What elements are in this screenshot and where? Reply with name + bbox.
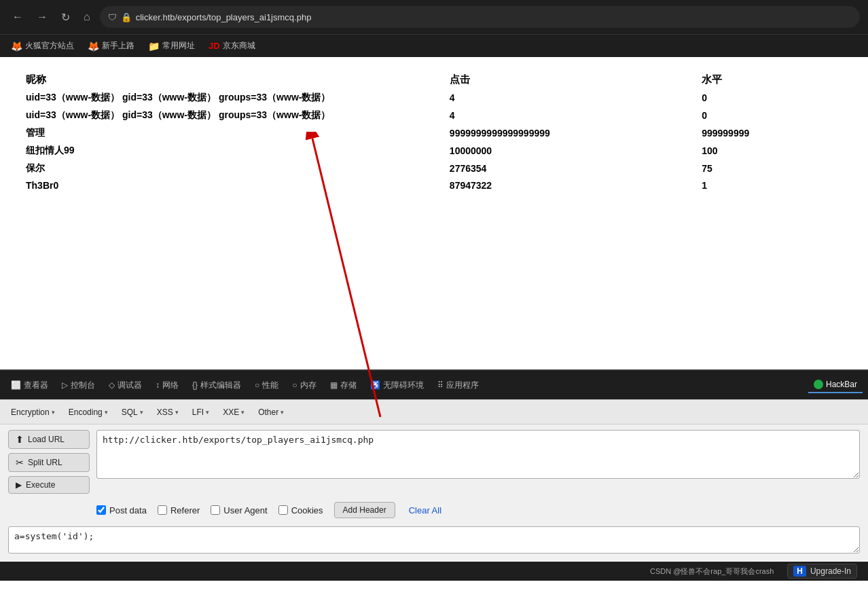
menu-other[interactable]: Other ▾ (253, 405, 289, 420)
menu-xxe[interactable]: XXE ▾ (217, 405, 250, 420)
option-referer[interactable]: Referer (158, 505, 200, 515)
xss-caret: ▾ (175, 409, 179, 416)
post-data-input[interactable] (8, 526, 860, 554)
url-domain: clicker.htb/exports/top_players_ai1jsmcq… (136, 12, 312, 22)
menu-encryption[interactable]: Encryption ▾ (5, 405, 60, 420)
devtools-accessibility[interactable]: ♿ 无障碍环境 (365, 377, 429, 394)
hackbar-options: Post data Referer User Agent Cookies Add… (0, 499, 868, 524)
status-bar: CSDN @怪兽不会rap_哥哥我会crash H Upgrade-In (0, 562, 868, 581)
xxe-caret: ▾ (241, 409, 245, 416)
load-url-icon: ⬆ (16, 434, 24, 445)
user-agent-checkbox[interactable] (211, 505, 220, 515)
sql-caret: ▾ (140, 409, 143, 416)
menu-lfi[interactable]: LFI ▾ (187, 405, 215, 420)
table-row: 管理9999999999999999999999999999 (20, 124, 848, 142)
devtools-application[interactable]: ⠿ 应用程序 (432, 377, 484, 394)
cell-level: 1 (696, 177, 848, 194)
upgrade-badge[interactable]: H Upgrade-In (787, 564, 857, 579)
option-cookies[interactable]: Cookies (278, 505, 323, 515)
menu-encoding[interactable]: Encoding ▾ (63, 405, 113, 420)
cell-nickname: uid=33（www-数据） gid=33（www-数据） groups=33（… (20, 107, 444, 124)
col-header-level: 水平 (696, 71, 848, 89)
option-user-agent[interactable]: User Agent (211, 505, 267, 515)
other-caret: ▾ (281, 409, 284, 416)
debugger-icon: ◇ (109, 380, 115, 390)
hackbar-menu: Encryption ▾ Encoding ▾ SQL ▾ XSS ▾ LFI … (0, 400, 868, 424)
option-post-data[interactable]: Post data (96, 505, 147, 515)
perf-label: 性能 (262, 380, 278, 391)
other-label: Other (258, 407, 278, 417)
execute-button[interactable]: ▶ Execute (8, 476, 90, 494)
devtools-style-editor[interactable]: {} 样式编辑器 (187, 377, 247, 394)
post-data-checkbox[interactable] (96, 505, 106, 515)
back-button[interactable]: ← (8, 8, 27, 26)
devtools-network[interactable]: ↕ 网络 (150, 377, 184, 394)
bookmark-label-0: 火狐官方站点 (25, 40, 74, 52)
table-row: uid=33（www-数据） gid=33（www-数据） groups=33（… (20, 107, 848, 124)
bookmark-icon-0: 🦊 (11, 41, 22, 52)
devtools-inspect[interactable]: ⬜ 查看器 (5, 377, 54, 394)
user-agent-label: User Agent (223, 505, 267, 515)
referer-checkbox[interactable] (158, 505, 167, 515)
cell-clicks: 9999999999999999999 (444, 124, 696, 142)
bookmark-newbie[interactable]: 🦊 新手上路 (82, 39, 140, 53)
lock-icon: 🔒 (121, 12, 132, 22)
devtools-console[interactable]: ▷ 控制台 (56, 377, 101, 394)
xxe-label: XXE (223, 407, 239, 417)
home-button[interactable]: ⌂ (79, 8, 94, 26)
cell-nickname: 管理 (20, 124, 444, 142)
add-header-button[interactable]: Add Header (334, 502, 395, 518)
debugger-label: 调试器 (117, 380, 142, 391)
lfi-caret: ▾ (206, 409, 209, 416)
hackbar-url-area: ⬆ Load URL ✂ Split URL ▶ Execute (0, 424, 868, 499)
cell-clicks: 87947322 (444, 177, 696, 194)
cell-level: 999999999 (696, 124, 848, 142)
csdn-text: CSDN @怪兽不会rap_哥哥我会crash (650, 566, 774, 577)
bookmark-foxofficial[interactable]: 🦊 火狐官方站点 (5, 39, 79, 53)
cell-clicks: 4 (444, 107, 696, 124)
cell-nickname: Th3Br0 (20, 177, 444, 194)
menu-sql[interactable]: SQL ▾ (116, 405, 149, 420)
load-url-label: Load URL (28, 435, 65, 444)
cookies-checkbox[interactable] (278, 505, 288, 515)
bookmark-label-3: 京东商城 (223, 40, 255, 52)
hackbar-tab[interactable]: HackBar (808, 377, 863, 393)
xss-label: XSS (157, 407, 173, 417)
devtools-memory[interactable]: ○ 内存 (287, 377, 321, 394)
devtools-storage[interactable]: ▦ 存储 (325, 377, 362, 394)
url-input[interactable] (96, 430, 860, 479)
address-bar[interactable]: 🛡 🔒 clicker.htb/exports/top_players_ai1j… (100, 6, 860, 28)
table-row: uid=33（www-数据） gid=33（www-数据） groups=33（… (20, 89, 848, 107)
bookmark-common[interactable]: 📁 常用网址 (143, 39, 200, 53)
page-content: 昵称 点击 水平 uid=33（www-数据） gid=33（www-数据） g… (0, 57, 868, 369)
bookmarks-bar: 🦊 火狐官方站点 🦊 新手上路 📁 常用网址 JD 京东商城 (0, 34, 868, 57)
devtools-debugger[interactable]: ◇ 调试器 (103, 377, 147, 394)
data-table: 昵称 点击 水平 uid=33（www-数据） gid=33（www-数据） g… (20, 71, 848, 194)
storage-icon: ▦ (330, 380, 338, 390)
console-label: 控制台 (71, 380, 95, 391)
bookmark-jd[interactable]: JD 京东商城 (203, 39, 261, 53)
forward-button[interactable]: → (33, 8, 52, 26)
memory-label: 内存 (300, 380, 317, 391)
post-data-label: Post data (109, 505, 147, 515)
style-label: 样式编辑器 (200, 380, 241, 391)
cell-nickname: 纽扣情人99 (20, 142, 444, 160)
bookmark-label-2: 常用网址 (162, 40, 195, 52)
referer-label: Referer (170, 505, 200, 515)
cell-level: 100 (696, 142, 848, 160)
clear-all-link[interactable]: Clear All (409, 505, 441, 515)
cell-level: 75 (696, 160, 848, 177)
a11y-label: 无障碍环境 (383, 380, 424, 391)
encryption-caret: ▾ (52, 409, 55, 416)
reload-button[interactable]: ↻ (57, 8, 74, 26)
split-url-button[interactable]: ✂ Split URL (8, 453, 90, 472)
col-header-nickname: 昵称 (20, 71, 444, 89)
menu-xss[interactable]: XSS ▾ (151, 405, 184, 420)
hackbar-panel: Encryption ▾ Encoding ▾ SQL ▾ XSS ▾ LFI … (0, 399, 868, 562)
load-url-button[interactable]: ⬆ Load URL (8, 430, 90, 449)
hackbar-side-buttons: ⬆ Load URL ✂ Split URL ▶ Execute (8, 430, 90, 494)
execute-label: Execute (26, 480, 55, 490)
inspect-icon: ⬜ (11, 380, 21, 390)
upgrade-h: H (793, 566, 806, 577)
devtools-performance[interactable]: ○ 性能 (249, 377, 284, 394)
